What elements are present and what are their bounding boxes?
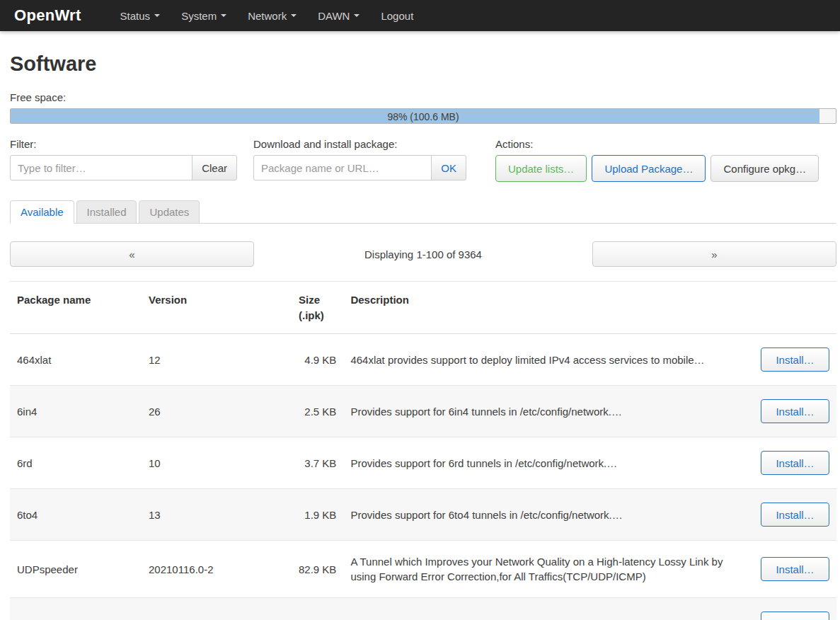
header-size-line2: (.ipk) (299, 309, 324, 321)
package-description: 464xlat provides support to deploy limit… (343, 334, 754, 386)
free-space-progressbar: 98% (100.6 MB) (10, 108, 836, 124)
page-next-button[interactable]: » (592, 241, 836, 267)
table-row: 6to4 13 1.9 KB Provides support for 6to4… (10, 489, 836, 541)
package-name: 6to4 (10, 489, 142, 541)
table-row: ack 3.5.0+perl5.28-1 23.6 KB A grep-like… (10, 598, 836, 620)
table-row: UDPspeeder 20210116.0-2 82.9 KB A Tunnel… (10, 541, 836, 598)
package-tabs: Available Installed Updates (10, 200, 836, 224)
package-size: 82.9 KB (292, 541, 343, 598)
free-space-value: 98% (100.6 MB) (11, 109, 836, 123)
download-group: Download and install package: OK (253, 138, 466, 180)
package-version: 26 (142, 386, 292, 437)
header-version: Version (142, 282, 292, 334)
package-name: 6rd (10, 437, 142, 489)
nav-item-logout[interactable]: Logout (370, 0, 424, 31)
install-button[interactable]: Install… (761, 503, 829, 527)
brand-logo: OpenWrt (14, 6, 81, 25)
package-name: 464xlat (10, 334, 142, 386)
page-title: Software (10, 52, 836, 76)
header-size-line1: Size (299, 294, 320, 306)
main-content: Software Free space: 98% (100.6 MB) Filt… (0, 52, 840, 620)
tab-installed[interactable]: Installed (76, 200, 137, 224)
install-button[interactable]: Install… (761, 399, 829, 423)
install-button[interactable]: Install… (761, 612, 829, 620)
filter-label: Filter: (10, 138, 237, 150)
actions-label: Actions: (495, 138, 819, 150)
nav-item-label: Status (120, 10, 151, 22)
chevron-down-icon (354, 14, 359, 17)
page-prev-button[interactable]: « (10, 241, 254, 267)
package-description: Provides support for 6rd tunnels in /etc… (343, 437, 754, 489)
nav-item-network[interactable]: Network (237, 0, 307, 31)
install-button[interactable]: Install… (761, 557, 829, 581)
nav-item-system[interactable]: System (171, 0, 237, 31)
package-size: 2.5 KB (292, 386, 343, 437)
tab-available[interactable]: Available (10, 200, 74, 224)
package-version: 3.5.0+perl5.28-1 (142, 598, 292, 620)
package-version: 13 (142, 489, 292, 541)
nav-item-label: Network (248, 10, 287, 22)
package-version: 20210116.0-2 (142, 541, 292, 598)
package-table: Package name Version Size (.ipk) Descrip… (10, 281, 836, 620)
table-row: 464xlat 12 4.9 KB 464xlat provides suppo… (10, 334, 836, 386)
nav-item-label: DAWN (318, 10, 350, 22)
download-label: Download and install package: (253, 138, 466, 150)
tab-updates[interactable]: Updates (139, 200, 200, 224)
package-name: UDPspeeder (10, 541, 142, 598)
chevron-down-icon (221, 14, 226, 17)
install-button[interactable]: Install… (761, 451, 829, 475)
nav-item-label: System (181, 10, 217, 22)
configure-opkg-button[interactable]: Configure opkg… (710, 155, 819, 182)
chevron-down-icon (291, 14, 297, 17)
package-description: A grep-like source code search tool (343, 598, 754, 620)
package-version: 10 (142, 437, 292, 489)
table-row: 6rd 10 3.7 KB Provides support for 6rd t… (10, 437, 836, 489)
update-lists-button[interactable]: Update lists… (495, 155, 587, 182)
filter-group: Filter: Clear (10, 138, 237, 180)
download-ok-button[interactable]: OK (431, 155, 466, 180)
table-row: 6in4 26 2.5 KB Provides support for 6in4… (10, 386, 836, 437)
pagination-row: « Displaying 1-100 of 9364 » (10, 241, 836, 267)
filter-input[interactable] (10, 155, 192, 180)
package-description: Provides support for 6to4 tunnels in /et… (343, 489, 754, 541)
package-description: Provides support for 6in4 tunnels in /et… (343, 386, 754, 437)
controls-row: Filter: Clear Download and install packa… (10, 138, 836, 182)
upload-package-button[interactable]: Upload Package… (592, 155, 706, 182)
top-navbar: OpenWrt Status System Network DAWN Logou… (0, 0, 840, 31)
package-name: ack (10, 598, 142, 620)
actions-group: Actions: Update lists… Upload Package… C… (495, 138, 819, 182)
package-version: 12 (142, 334, 292, 386)
package-name: 6in4 (10, 386, 142, 437)
download-package-input[interactable] (253, 155, 432, 180)
nav-item-status[interactable]: Status (110, 0, 171, 31)
table-header-row: Package name Version Size (.ipk) Descrip… (10, 282, 836, 334)
package-size: 4.9 KB (292, 334, 343, 386)
nav-item-dawn[interactable]: DAWN (307, 0, 370, 31)
pagination-status: Displaying 1-100 of 9364 (254, 248, 592, 260)
nav-item-label: Logout (381, 10, 413, 22)
package-size: 1.9 KB (292, 489, 343, 541)
header-size: Size (.ipk) (292, 282, 343, 334)
install-button[interactable]: Install… (761, 348, 829, 372)
header-package-name: Package name (10, 282, 142, 334)
header-description: Description (343, 282, 754, 334)
chevron-down-icon (154, 14, 160, 17)
free-space-label: Free space: (10, 91, 836, 103)
header-actions (754, 282, 836, 334)
package-size: 23.6 KB (292, 598, 343, 620)
package-description: A Tunnel which Improves your Network Qua… (343, 541, 754, 598)
clear-filter-button[interactable]: Clear (192, 155, 237, 180)
package-size: 3.7 KB (292, 437, 343, 489)
